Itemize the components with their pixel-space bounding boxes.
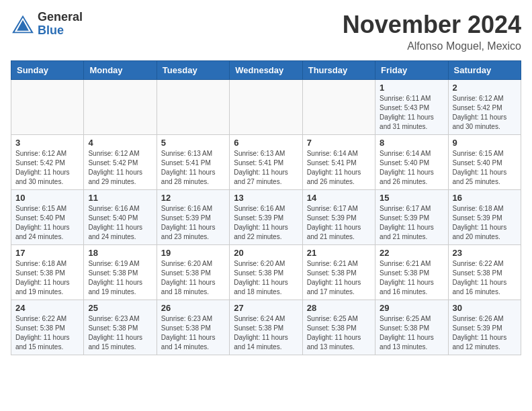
daylight-info: Daylight: 11 hours and 18 minutes. — [234, 279, 288, 295]
daylight-info: Daylight: 11 hours and 19 minutes. — [15, 279, 70, 295]
calendar-day-cell: 27Sunrise: 6:24 AMSunset: 5:38 PMDayligh… — [230, 300, 302, 355]
logo-text: General Blue — [38, 11, 83, 38]
sunset-info: Sunset: 5:38 PM — [234, 269, 283, 277]
calendar-day-cell: 8Sunrise: 6:14 AMSunset: 5:40 PMDaylight… — [375, 135, 448, 190]
logo-general: General — [38, 11, 83, 24]
daylight-info: Daylight: 11 hours and 24 minutes. — [88, 224, 142, 240]
day-info: Sunrise: 6:24 AMSunset: 5:38 PMDaylight:… — [234, 314, 298, 352]
calendar-day-cell: 15Sunrise: 6:17 AMSunset: 5:39 PMDayligh… — [375, 190, 448, 245]
day-number: 16 — [453, 193, 517, 203]
sunrise-info: Sunrise: 6:25 AM — [380, 315, 431, 322]
calendar-day-cell: 13Sunrise: 6:16 AMSunset: 5:39 PMDayligh… — [230, 190, 302, 245]
day-info: Sunrise: 6:22 AMSunset: 5:38 PMDaylight:… — [453, 259, 517, 297]
day-number: 13 — [234, 193, 298, 203]
sunrise-info: Sunrise: 6:18 AM — [15, 260, 66, 267]
day-info: Sunrise: 6:19 AMSunset: 5:38 PMDaylight:… — [88, 259, 152, 297]
weekday-header-sunday: Sunday — [11, 61, 84, 80]
logo-icon — [11, 14, 35, 34]
sunrise-info: Sunrise: 6:12 AM — [453, 95, 504, 102]
sunrise-info: Sunrise: 6:13 AM — [234, 150, 285, 157]
calendar-week-row: 17Sunrise: 6:18 AMSunset: 5:38 PMDayligh… — [11, 245, 521, 300]
calendar-day-cell: 10Sunrise: 6:15 AMSunset: 5:40 PMDayligh… — [11, 190, 84, 245]
calendar-day-cell: 25Sunrise: 6:23 AMSunset: 5:38 PMDayligh… — [84, 300, 157, 355]
daylight-info: Daylight: 11 hours and 16 minutes. — [453, 279, 507, 295]
calendar-day-cell: 30Sunrise: 6:26 AMSunset: 5:39 PMDayligh… — [448, 300, 521, 355]
page-header: General Blue November 2024 Alfonso Mogue… — [11, 11, 521, 52]
sunrise-info: Sunrise: 6:17 AM — [380, 205, 431, 212]
sunrise-info: Sunrise: 6:16 AM — [161, 205, 212, 212]
daylight-info: Daylight: 11 hours and 30 minutes. — [15, 169, 70, 185]
day-number: 1 — [380, 83, 443, 93]
calendar-day-cell: 17Sunrise: 6:18 AMSunset: 5:38 PMDayligh… — [11, 245, 84, 300]
sunrise-info: Sunrise: 6:22 AM — [15, 315, 66, 322]
calendar-day-cell: 23Sunrise: 6:22 AMSunset: 5:38 PMDayligh… — [448, 245, 521, 300]
weekday-header-wednesday: Wednesday — [230, 61, 302, 80]
sunset-info: Sunset: 5:38 PM — [15, 324, 65, 332]
day-info: Sunrise: 6:18 AMSunset: 5:39 PMDaylight:… — [453, 204, 517, 242]
day-number: 12 — [161, 193, 225, 203]
day-number: 27 — [234, 303, 298, 313]
calendar-week-row: 3Sunrise: 6:12 AMSunset: 5:42 PMDaylight… — [11, 135, 521, 190]
month-title: November 2024 — [343, 11, 521, 39]
daylight-info: Daylight: 11 hours and 23 minutes. — [161, 224, 216, 240]
daylight-info: Daylight: 11 hours and 16 minutes. — [380, 279, 434, 295]
daylight-info: Daylight: 11 hours and 27 minutes. — [234, 169, 288, 185]
sunset-info: Sunset: 5:43 PM — [380, 104, 429, 111]
day-info: Sunrise: 6:15 AMSunset: 5:40 PMDaylight:… — [453, 149, 517, 187]
calendar-day-cell: 19Sunrise: 6:20 AMSunset: 5:38 PMDayligh… — [157, 245, 229, 300]
day-number: 6 — [234, 138, 298, 148]
day-number: 10 — [15, 193, 79, 203]
sunset-info: Sunset: 5:41 PM — [234, 159, 283, 167]
sunset-info: Sunset: 5:39 PM — [453, 324, 502, 332]
daylight-info: Daylight: 11 hours and 13 minutes. — [307, 334, 361, 351]
daylight-info: Daylight: 11 hours and 26 minutes. — [380, 169, 434, 185]
day-number: 14 — [307, 193, 371, 203]
daylight-info: Daylight: 11 hours and 21 minutes. — [307, 224, 361, 240]
sunset-info: Sunset: 5:38 PM — [88, 269, 138, 277]
sunrise-info: Sunrise: 6:21 AM — [380, 260, 431, 267]
daylight-info: Daylight: 11 hours and 31 minutes. — [380, 113, 434, 130]
day-info: Sunrise: 6:25 AMSunset: 5:38 PMDaylight:… — [307, 314, 371, 352]
sunrise-info: Sunrise: 6:15 AM — [453, 150, 504, 157]
calendar-day-cell: 1Sunrise: 6:11 AMSunset: 5:43 PMDaylight… — [375, 80, 448, 135]
calendar-day-cell: 18Sunrise: 6:19 AMSunset: 5:38 PMDayligh… — [84, 245, 157, 300]
sunset-info: Sunset: 5:38 PM — [453, 269, 502, 277]
day-info: Sunrise: 6:12 AMSunset: 5:42 PMDaylight:… — [453, 94, 517, 132]
day-number: 22 — [380, 248, 443, 258]
daylight-info: Daylight: 11 hours and 22 minutes. — [234, 224, 288, 240]
day-info: Sunrise: 6:20 AMSunset: 5:38 PMDaylight:… — [234, 259, 298, 297]
weekday-header-tuesday: Tuesday — [157, 61, 229, 80]
day-info: Sunrise: 6:12 AMSunset: 5:42 PMDaylight:… — [15, 149, 79, 187]
calendar-day-cell — [84, 80, 157, 135]
calendar-week-row: 1Sunrise: 6:11 AMSunset: 5:43 PMDaylight… — [11, 80, 521, 135]
weekday-row: SundayMondayTuesdayWednesdayThursdayFrid… — [11, 61, 521, 80]
sunset-info: Sunset: 5:40 PM — [380, 159, 429, 167]
day-info: Sunrise: 6:13 AMSunset: 5:41 PMDaylight:… — [161, 149, 225, 187]
calendar-week-row: 10Sunrise: 6:15 AMSunset: 5:40 PMDayligh… — [11, 190, 521, 245]
calendar-table: SundayMondayTuesdayWednesdayThursdayFrid… — [11, 60, 521, 355]
sunset-info: Sunset: 5:40 PM — [453, 159, 502, 167]
day-number: 20 — [234, 248, 298, 258]
daylight-info: Daylight: 11 hours and 25 minutes. — [453, 169, 507, 185]
daylight-info: Daylight: 11 hours and 30 minutes. — [453, 113, 507, 130]
daylight-info: Daylight: 11 hours and 17 minutes. — [307, 279, 361, 295]
day-info: Sunrise: 6:15 AMSunset: 5:40 PMDaylight:… — [15, 204, 79, 242]
daylight-info: Daylight: 11 hours and 24 minutes. — [15, 224, 70, 240]
daylight-info: Daylight: 11 hours and 18 minutes. — [161, 279, 216, 295]
calendar-day-cell: 5Sunrise: 6:13 AMSunset: 5:41 PMDaylight… — [157, 135, 229, 190]
title-block: November 2024 Alfonso Moguel, Mexico — [343, 11, 521, 52]
calendar-day-cell: 28Sunrise: 6:25 AMSunset: 5:38 PMDayligh… — [302, 300, 375, 355]
calendar-day-cell: 11Sunrise: 6:16 AMSunset: 5:40 PMDayligh… — [84, 190, 157, 245]
day-number: 9 — [453, 138, 517, 148]
calendar-day-cell: 14Sunrise: 6:17 AMSunset: 5:39 PMDayligh… — [302, 190, 375, 245]
calendar-day-cell: 12Sunrise: 6:16 AMSunset: 5:39 PMDayligh… — [157, 190, 229, 245]
sunrise-info: Sunrise: 6:13 AM — [161, 150, 212, 157]
sunset-info: Sunset: 5:38 PM — [307, 324, 357, 332]
daylight-info: Daylight: 11 hours and 14 minutes. — [234, 334, 288, 351]
calendar-day-cell — [230, 80, 302, 135]
calendar-day-cell: 20Sunrise: 6:20 AMSunset: 5:38 PMDayligh… — [230, 245, 302, 300]
sunrise-info: Sunrise: 6:16 AM — [234, 205, 285, 212]
weekday-header-friday: Friday — [375, 61, 448, 80]
weekday-header-thursday: Thursday — [302, 61, 375, 80]
day-number: 11 — [88, 193, 152, 203]
